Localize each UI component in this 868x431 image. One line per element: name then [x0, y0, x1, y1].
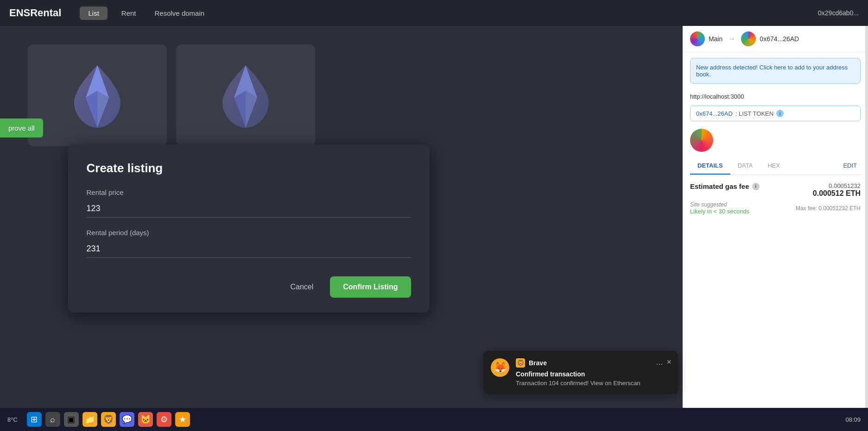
taskbar-windows-icon[interactable]: ⊞: [27, 412, 42, 427]
rental-period-label: Rental period (days): [87, 229, 411, 237]
tab-hex[interactable]: HEX: [760, 157, 787, 175]
top-navigation: ENSRental List Rent Resolve domain 0x29c…: [0, 0, 868, 26]
modal-actions: Cancel Confirm Listing: [87, 276, 411, 298]
taskbar-extra1-icon[interactable]: ⚙: [157, 412, 171, 427]
brave-app-name: Brave: [529, 359, 547, 367]
rental-period-input[interactable]: [87, 240, 411, 258]
likely-time: Likely in < 30 seconds: [690, 208, 749, 215]
brave-notification-content: 🦁 Brave Confirmed transaction Transactio…: [516, 358, 671, 387]
source-avatar: [690, 31, 705, 46]
brave-notification: 🦊 🦁 Brave Confirmed transaction Transact…: [483, 351, 678, 394]
contract-box: 0x674...26AD : LIST TOKEN i: [690, 106, 861, 121]
site-suggested-row: Site suggested Likely in < 30 seconds Ma…: [690, 201, 861, 215]
arrow-icon: →: [728, 35, 735, 43]
metamask-tabs: DETAILS DATA HEX EDIT: [690, 157, 861, 175]
brave-header: 🦁 Brave: [516, 358, 671, 368]
tab-data[interactable]: DATA: [730, 157, 760, 175]
taskbar-discord-icon[interactable]: 💬: [120, 412, 134, 427]
metamask-panel: Main → 0x674...26AD New address detected…: [683, 26, 868, 431]
gas-label: Estimated gas fee i: [690, 182, 760, 190]
target-avatar: [741, 31, 756, 46]
modal-overlay: Create listing Rental price Rental perio…: [0, 26, 497, 431]
taskbar-folder-icon[interactable]: 📁: [82, 412, 97, 427]
max-fee: Max fee: 0.00051232 ETH: [796, 205, 861, 212]
brave-logo-icon: 🦁: [516, 358, 525, 368]
main-content: prove all: [0, 26, 868, 431]
create-listing-modal: Create listing Rental price Rental perio…: [68, 144, 430, 312]
target-address: 0x674...26AD: [760, 35, 799, 43]
wallet-address: 0x29cd6ab0...: [818, 9, 859, 17]
confirm-listing-button[interactable]: Confirm Listing: [330, 276, 411, 298]
gas-amount-eth: 0.000512 ETH: [813, 189, 861, 198]
brave-notification-title: Confirmed transaction: [516, 370, 671, 378]
tab-details[interactable]: DETAILS: [690, 157, 730, 175]
temperature: 8°C: [7, 416, 18, 423]
contract-address: 0x674...26AD: [696, 110, 733, 117]
rental-price-input[interactable]: [87, 200, 411, 218]
brave-notification-text: Transaction 104 confirmed! View on Ether…: [516, 380, 671, 387]
taskbar-extra2-icon[interactable]: ★: [175, 412, 190, 427]
edit-button[interactable]: EDIT: [839, 157, 861, 175]
info-icon[interactable]: i: [776, 110, 784, 117]
nav-rent-button[interactable]: Rent: [117, 6, 141, 20]
account-name: Main: [709, 35, 722, 43]
gas-section: Estimated gas fee i 0.00051232 0.000512 …: [683, 175, 868, 222]
nft-avatar: [690, 129, 713, 152]
taskbar-right: 08:09: [845, 416, 861, 423]
brave-notification-actions: ... ×: [656, 357, 672, 367]
nav-list-button[interactable]: List: [80, 6, 107, 20]
brave-fox-icon: 🦊: [491, 358, 509, 377]
taskbar-search-icon[interactable]: ⌕: [45, 412, 60, 427]
modal-title: Create listing: [87, 161, 411, 175]
brave-more-options[interactable]: ...: [656, 357, 663, 367]
metamask-header: Main → 0x674...26AD: [683, 26, 868, 52]
brave-close-button[interactable]: ×: [666, 357, 672, 367]
taskbar-browser-icon[interactable]: 🦁: [101, 412, 116, 427]
taskbar: 8°C ⊞ ⌕ ▣ 📁 🦁 💬 🐱 ⚙ ★ 08:09: [0, 408, 868, 431]
nav-resolve-button[interactable]: Resolve domain: [150, 6, 209, 20]
gas-amount-small: 0.00051232: [813, 182, 861, 189]
taskbar-time: 08:09: [845, 416, 861, 423]
cancel-button[interactable]: Cancel: [283, 278, 321, 296]
address-notification[interactable]: New address detected! Click here to add …: [690, 58, 861, 84]
site-suggested-label: Site suggested: [690, 201, 749, 208]
scrollbar[interactable]: [865, 26, 868, 431]
app-title: ENSRental: [9, 7, 61, 19]
site-url: http://localhost:3000: [683, 89, 868, 104]
gas-row: Estimated gas fee i 0.00051232 0.000512 …: [690, 182, 861, 198]
gas-info-icon[interactable]: i: [752, 183, 760, 190]
rental-price-label: Rental price: [87, 188, 411, 196]
account-info: Main → 0x674...26AD: [690, 31, 799, 46]
contract-method: : LIST TOKEN: [735, 110, 773, 117]
taskbar-git-icon[interactable]: 🐱: [138, 412, 153, 427]
taskbar-task-view-icon[interactable]: ▣: [64, 412, 79, 427]
